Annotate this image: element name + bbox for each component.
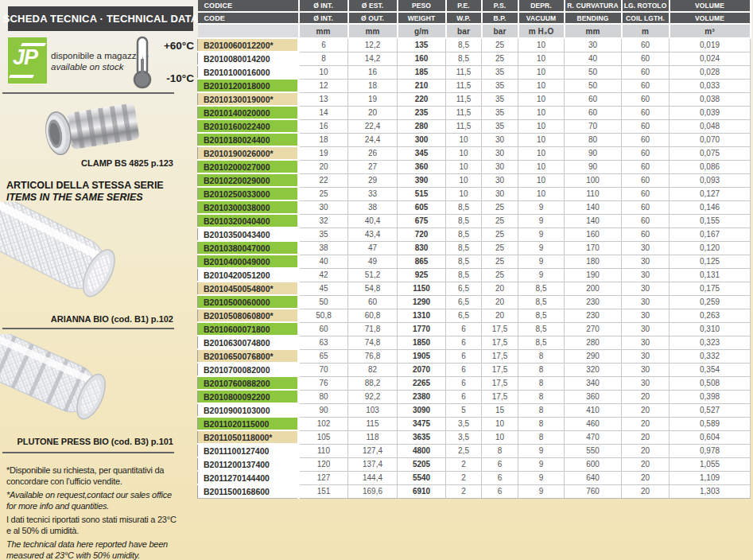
code-cell: B2010400049000 xyxy=(198,255,299,268)
divider xyxy=(2,92,174,94)
value-cell: 140 xyxy=(565,214,622,228)
value-cell: 8,5 xyxy=(518,336,565,349)
value-cell: 20 xyxy=(482,295,518,309)
value-cell: 10 xyxy=(446,160,482,173)
value-cell: 30 xyxy=(622,309,670,322)
value-cell: 60 xyxy=(622,187,670,200)
value-cell: 0,039 xyxy=(670,106,751,119)
value-cell: 470 xyxy=(565,430,622,444)
value-cell: 30 xyxy=(482,133,518,146)
value-cell: 1770 xyxy=(398,322,446,336)
value-cell: 160 xyxy=(398,52,446,65)
value-cell: 35 xyxy=(482,92,518,106)
value-cell: 0,332 xyxy=(670,349,751,363)
value-cell: 30 xyxy=(565,38,622,52)
temperature-range: +60°C -10°C xyxy=(126,33,197,92)
value-cell: 340 xyxy=(565,376,622,390)
value-cell: 30 xyxy=(622,322,670,336)
value-cell: 60,8 xyxy=(348,309,398,322)
temp-min-label: -10°C xyxy=(166,72,194,84)
value-cell: 60 xyxy=(622,228,670,241)
value-cell: 0,120 xyxy=(670,241,751,255)
code-cell: B2010700082000 xyxy=(198,363,299,376)
value-cell: 0,086 xyxy=(670,160,751,173)
value-cell: 45 xyxy=(299,282,348,295)
table-row: B2010120018000121821011,5351050600,033 xyxy=(198,79,751,92)
value-cell: 290 xyxy=(565,349,622,363)
value-cell: 865 xyxy=(398,255,446,268)
value-cell: 170 xyxy=(565,241,622,255)
series-heading: ARTICOLI DELLA STESSA SERIE ITEMS IN THE… xyxy=(6,180,164,204)
value-cell: 135 xyxy=(398,38,446,52)
value-cell: 2070 xyxy=(398,363,446,376)
value-cell: 0,259 xyxy=(670,295,751,309)
value-cell: 40 xyxy=(299,255,348,268)
table-row: B2010200027000202736010301090600,086 xyxy=(198,160,751,173)
value-cell: 11,5 xyxy=(446,106,482,119)
value-cell: 12 xyxy=(299,79,348,92)
value-cell: 10 xyxy=(482,417,518,430)
value-cell: 10 xyxy=(518,65,565,79)
value-cell: 8,5 xyxy=(446,241,482,255)
value-cell: 14,2 xyxy=(348,52,398,65)
value-cell: 8,5 xyxy=(446,228,482,241)
value-cell: 8,5 xyxy=(446,52,482,65)
table-row: B201038004700038478308,5259170300,120 xyxy=(198,241,751,255)
code-cell: B2010900103000 xyxy=(198,403,299,417)
page-title: SCHEDA TECNICA · TECHNICAL DATA xyxy=(8,6,193,31)
code-cell: B2011100127400 xyxy=(198,444,299,457)
value-cell: 25 xyxy=(482,268,518,282)
code-cell: B2010190026000* xyxy=(198,146,299,160)
value-cell: 8 xyxy=(518,349,565,363)
value-cell: 17,5 xyxy=(482,349,518,363)
value-cell: 3,5 xyxy=(446,417,482,430)
code-cell: B2010500060000 xyxy=(198,295,299,309)
code-cell: B2010300038000 xyxy=(198,200,299,214)
logo-accent-bar xyxy=(9,75,34,78)
value-cell: 9 xyxy=(518,471,565,484)
code-cell: B2010320040400 xyxy=(198,214,299,228)
value-cell: 50,8 xyxy=(299,309,348,322)
value-cell: 10 xyxy=(482,430,518,444)
value-cell: 25 xyxy=(482,200,518,214)
table-row: B201040004900040498658,5259180300,125 xyxy=(198,255,751,268)
value-cell: 8 xyxy=(518,376,565,390)
value-cell: 0,323 xyxy=(670,336,751,349)
col-header-en: WEIGHT xyxy=(398,12,446,24)
value-cell: 22,4 xyxy=(348,119,398,133)
value-cell: 30 xyxy=(622,282,670,295)
value-cell: 25 xyxy=(299,187,348,200)
footnote-availability-en: *Available on request,contact our sales … xyxy=(6,490,196,511)
table-row: B2011270144400127144,45540269640201,109 xyxy=(198,471,751,484)
value-cell: 27 xyxy=(348,160,398,173)
value-cell: 0,028 xyxy=(670,65,751,79)
value-cell: 60 xyxy=(622,160,670,173)
col-header-it: CODICE xyxy=(198,0,299,12)
code-cell: B2011200137400 xyxy=(198,457,299,471)
value-cell: 30 xyxy=(622,336,670,349)
table-row: B20103500434003543,47208,5259160600,167 xyxy=(198,228,751,241)
value-cell: 80 xyxy=(565,133,622,146)
series-heading-it: ARTICOLI DELLA STESSA SERIE xyxy=(6,180,164,191)
thermometer-icon xyxy=(132,35,153,91)
code-cell: B2010630074800 xyxy=(198,336,299,349)
value-cell: 5540 xyxy=(398,471,446,484)
col-header-it: VOLUME xyxy=(670,0,751,12)
col-unit: m xyxy=(622,24,670,38)
value-cell: 9 xyxy=(518,268,565,282)
value-cell: 20 xyxy=(348,106,398,119)
clamp-fitting-photo xyxy=(28,97,155,158)
col-unit: mm xyxy=(565,24,622,38)
value-cell: 90 xyxy=(565,160,622,173)
value-cell: 830 xyxy=(398,241,446,255)
value-cell: 22 xyxy=(299,173,348,187)
value-cell: 0,263 xyxy=(670,309,751,322)
value-cell: 4800 xyxy=(398,444,446,457)
col-unit: bar xyxy=(482,24,518,38)
value-cell: 1290 xyxy=(398,295,446,309)
value-cell: 47 xyxy=(348,241,398,255)
value-cell: 20 xyxy=(622,484,670,498)
value-cell: 33 xyxy=(348,187,398,200)
value-cell: 29 xyxy=(348,173,398,187)
col-header-it: R. CURVATURA xyxy=(565,0,622,12)
